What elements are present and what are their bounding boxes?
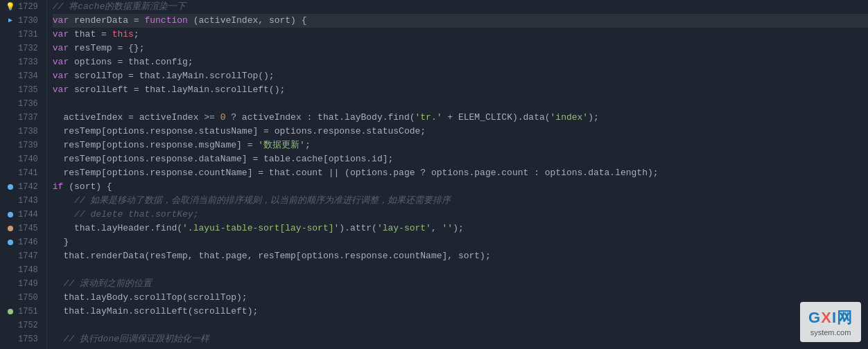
gutter-icon [6, 44, 15, 53]
line-number: 1736 [18, 97, 38, 111]
line-number-row: 1751 [6, 305, 41, 319]
line-number: 1733 [18, 55, 38, 69]
line-number-row: 1747 [6, 249, 41, 263]
gutter-icon [6, 168, 15, 178]
line-number: 1750 [18, 291, 38, 305]
gutter-icon [6, 321, 15, 330]
line-number: 1745 [18, 222, 38, 235]
code-line: var resTemp = {}; [53, 42, 868, 55]
gutter-icon [6, 224, 15, 233]
line-number-row: 1744 [6, 208, 41, 222]
line-number: 1738 [18, 125, 38, 138]
line-number: 1748 [18, 263, 38, 277]
gutter-icon [6, 251, 15, 261]
line-number-row: 💡1729 [6, 0, 41, 14]
line-number: 1730 [18, 14, 38, 28]
code-line: // 将cache的数据重新渲染一下 [53, 0, 868, 14]
code-line: // 执行done回调保证跟初始化一样 [53, 332, 868, 346]
gutter-icon [6, 99, 15, 109]
code-line: resTemp[options.response.countName] = th… [53, 166, 868, 180]
gutter-icon [6, 127, 15, 136]
line-number-row: 1734 [6, 69, 41, 83]
line-number: 1751 [18, 305, 38, 319]
code-line: that.layHeader.find('.layui-table-sort[l… [53, 222, 868, 235]
code-line: // 滚动到之前的位置 [53, 277, 868, 291]
line-number-row: 1735 [6, 83, 41, 97]
gutter-icon: ▶ [6, 16, 15, 26]
line-number: 1741 [18, 166, 38, 180]
line-number: 1735 [18, 83, 38, 97]
line-number-row: 1736 [6, 97, 41, 111]
gutter-icon [6, 71, 15, 81]
line-number-row: 1742 [6, 180, 41, 194]
code-line: // 如果是移动了数据，会取消当前的排序规则，以当前的顺序为准进行调整，如果还需… [53, 194, 868, 208]
line-number: 1749 [18, 277, 38, 291]
line-number: 1742 [18, 180, 38, 194]
line-number-row: 1749 [6, 277, 41, 291]
line-number-row: 1752 [6, 319, 41, 332]
line-number-row: 1732 [6, 42, 41, 55]
code-line: var scrollTop = that.layMain.scrollTop()… [53, 69, 868, 83]
gutter-icon [6, 85, 15, 95]
gutter-icon [6, 238, 15, 247]
code-line: that.renderData(resTemp, that.page, resT… [53, 249, 868, 263]
code-line [53, 319, 868, 332]
line-number-row: 1740 [6, 152, 41, 166]
line-number-row: 1743 [6, 194, 41, 208]
code-line: if (sort) { [53, 180, 868, 194]
code-line: resTemp[options.response.dataName] = tab… [53, 152, 868, 166]
code-line: var renderData = function (activeIndex, … [53, 14, 868, 28]
code-line: var that = this; [53, 28, 868, 42]
line-number-row: 1754 [6, 346, 41, 349]
code-line [53, 263, 868, 277]
code-line: typeof options.done === 'function' && op… [53, 346, 868, 349]
line-number: 1753 [18, 332, 38, 346]
line-number: 1740 [18, 152, 38, 166]
line-number: 1732 [18, 42, 38, 55]
gutter-icon [6, 210, 15, 220]
code-line: that.layMain.scrollLeft(scrollLeft); [53, 305, 868, 319]
watermark-brand: GXI网 [808, 307, 853, 328]
code-content: // 将cache的数据重新渲染一下var renderData = funct… [47, 0, 868, 349]
line-number: 1754 [18, 346, 38, 349]
line-number: 1743 [18, 194, 38, 208]
code-line: activeIndex = activeIndex >= 0 ? activeI… [53, 111, 868, 125]
line-number-row: 1731 [6, 28, 41, 42]
gutter-icon [6, 265, 15, 275]
line-number-row: 1745 [6, 222, 41, 235]
code-line: resTemp[options.response.statusName] = o… [53, 125, 868, 138]
line-number-row: 1750 [6, 291, 41, 305]
gutter-icon [6, 334, 15, 344]
gutter-icon [6, 196, 15, 206]
code-editor: 💡1729▶1730173117321733173417351736173717… [0, 0, 868, 349]
line-number: 1747 [18, 249, 38, 263]
line-number-row: 1733 [6, 55, 41, 69]
watermark: GXI网 system.com [800, 302, 861, 342]
code-line: var options = that.config; [53, 55, 868, 69]
watermark-sub: system.com [808, 328, 853, 337]
code-line [53, 97, 868, 111]
line-numbers-gutter: 💡1729▶1730173117321733173417351736173717… [0, 0, 47, 349]
line-number: 1746 [18, 235, 38, 249]
watermark-x: X [821, 309, 832, 326]
line-number-row: 1746 [6, 235, 41, 249]
gutter-icon [6, 154, 15, 164]
line-number: 1734 [18, 69, 38, 83]
line-number: 1731 [18, 28, 38, 42]
line-number: 1744 [18, 208, 38, 222]
line-number: 1737 [18, 111, 38, 125]
line-number-row: ▶1730 [6, 14, 41, 28]
code-line: } [53, 235, 868, 249]
line-number-row: 1748 [6, 263, 41, 277]
line-number: 1739 [18, 138, 38, 152]
gutter-icon [6, 182, 15, 192]
gutter-icon [6, 279, 15, 289]
code-line: that.layBody.scrollTop(scrollTop); [53, 291, 868, 305]
line-number: 1752 [18, 319, 38, 332]
gutter-icon [6, 141, 15, 150]
line-number-row: 1738 [6, 125, 41, 138]
gutter-icon [6, 30, 15, 39]
line-number-row: 1737 [6, 111, 41, 125]
code-line: var scrollLeft = that.layMain.scrollLeft… [53, 83, 868, 97]
gutter-icon [6, 293, 15, 303]
